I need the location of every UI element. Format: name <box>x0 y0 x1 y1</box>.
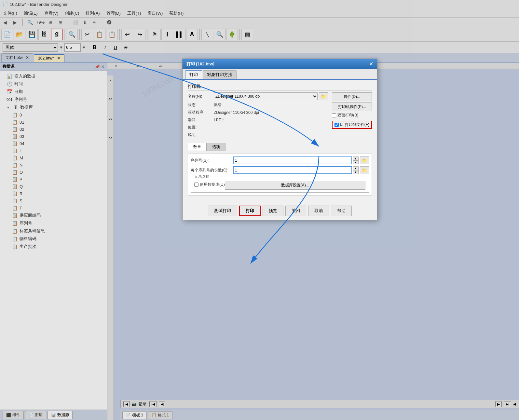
double-side-row: 双面打印(B) <box>332 113 372 118</box>
test-print-button[interactable]: 测试打印 <box>208 206 237 216</box>
quantity-body: 序列号(S): ▲ ▼ 📁 每个序列号的份数(C): ▲ ▼ <box>188 154 372 196</box>
printer-prop-button[interactable]: 打印机属性(P)... <box>332 102 372 111</box>
serial-spin-down[interactable]: ▼ <box>353 160 359 164</box>
print-dialog: 打印 [102.btw] ✕ 打印 对象打印方法 打印机 名称(N): ZDes… <box>182 59 377 220</box>
use-db-row: 使用数据库(U) <box>194 182 225 187</box>
dialog-title-text: 打印 [102.btw] <box>186 61 214 67</box>
printer-section-label: 打印机 <box>188 84 372 90</box>
printer-name-select[interactable]: ZDesigner 110Xi4 300 dpi <box>214 92 318 100</box>
printer-comment-label: 说明: <box>188 132 214 138</box>
preview-button[interactable]: 预览 <box>263 206 283 216</box>
copies-label: 每个序列号的份数(C): <box>191 168 233 173</box>
dialog-tab-print[interactable]: 打印 <box>185 70 202 79</box>
printer-status-value: 就绪 <box>214 102 328 108</box>
printer-driver-label: 驱动程序: <box>188 110 214 115</box>
dialog-footer: 测试打印 打印 预览 关闭 取消 帮助 <box>183 203 377 220</box>
double-side-checkbox[interactable] <box>332 113 336 117</box>
printer-port-value: LPT1: <box>214 118 328 122</box>
printer-name-row: 名称(N): ZDesigner 110Xi4 300 dpi 📁 <box>188 92 328 100</box>
dialog-overlay: 打印 [102.btw] ✕ 打印 对象打印方法 打印机 名称(N): ZDes… <box>0 0 519 420</box>
copies-input[interactable] <box>233 166 352 174</box>
cancel-button[interactable]: 取消 <box>308 206 329 216</box>
dialog-tab-object[interactable]: 对象打印方法 <box>203 70 237 79</box>
dialog-close-button[interactable]: ✕ <box>369 61 373 67</box>
use-db-checkbox[interactable] <box>194 183 198 187</box>
dialog-title-bar: 打印 [102.btw] ✕ <box>183 59 377 69</box>
copies-field-row: 每个序列号的份数(C): ▲ ▼ 📁 <box>191 166 369 174</box>
print-action-button[interactable]: 打印 <box>239 206 261 216</box>
serial-input[interactable] <box>233 156 352 164</box>
right-panel: 属性(D)... 打印机属性(P)... 双面打印(B) ☑ 打印到文件(F) <box>332 92 372 140</box>
printer-port-label: 端口: <box>188 117 214 123</box>
printer-driver-row: 驱动程序: ZDesigner 110Xi4 300 dpi <box>188 110 328 115</box>
printer-comment-row: 说明: <box>188 132 328 138</box>
printer-section: 打印机 名称(N): ZDesigner 110Xi4 300 dpi 📁 状态… <box>188 84 372 140</box>
serial-spin-up[interactable]: ▲ <box>353 156 359 160</box>
db-settings-button[interactable]: 数据库设置(A)... <box>225 181 365 190</box>
printer-browse-button[interactable]: 📁 <box>319 92 328 100</box>
dialog-body: 打印机 名称(N): ZDesigner 110Xi4 300 dpi 📁 状态… <box>183 80 377 203</box>
printer-status-row: 状态: 就绪 <box>188 102 328 108</box>
serial-spin: ▲ ▼ <box>353 156 359 164</box>
record-group-title: 记录选择 <box>194 174 211 179</box>
copies-spin-up[interactable]: ▲ <box>353 166 359 170</box>
dialog-tab-bar: 打印 对象打印方法 <box>183 69 377 80</box>
printer-port-row: 端口: LPT1: <box>188 117 328 123</box>
properties-button[interactable]: 属性(D)... <box>332 92 372 101</box>
qty-tab-bar: 数量 选项 <box>188 143 372 151</box>
serial-icon-button[interactable]: 📁 <box>360 156 369 164</box>
serial-label: 序列号(S): <box>191 158 233 163</box>
printer-driver-value: ZDesigner 110Xi4 300 dpi <box>214 110 328 115</box>
serial-field-row: 序列号(S): ▲ ▼ 📁 <box>191 156 369 164</box>
qty-tab-quantity[interactable]: 数量 <box>188 143 207 151</box>
print-to-file-row: ☑ 打印到文件(F) <box>332 121 372 129</box>
quantity-section: 数量 选项 序列号(S): ▲ ▼ 📁 每个序列号的份数(C): <box>188 143 372 196</box>
printer-status-label: 状态: <box>188 102 214 108</box>
help-button[interactable]: 帮助 <box>331 206 352 216</box>
close-dialog-button[interactable]: 关闭 <box>285 206 306 216</box>
copies-spin-down[interactable]: ▼ <box>353 170 359 174</box>
copies-spin: ▲ ▼ <box>353 166 359 174</box>
printer-location-row: 位置: <box>188 125 328 130</box>
print-to-file-checkbox[interactable] <box>335 123 339 127</box>
printer-name-label: 名称(N): <box>188 94 214 99</box>
copies-icon-button[interactable]: 📁 <box>360 166 369 174</box>
record-selection-group: 记录选择 使用数据库(U) 数据库设置(A)... <box>191 177 369 193</box>
printer-location-label: 位置: <box>188 125 214 130</box>
qty-tab-options[interactable]: 选项 <box>207 143 225 151</box>
